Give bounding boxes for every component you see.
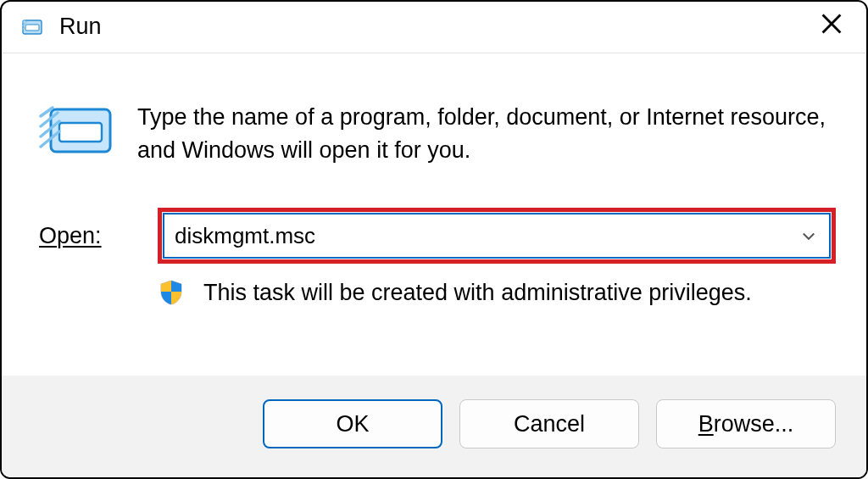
dialog-title: Run (59, 14, 814, 40)
open-row: Open: (39, 208, 836, 264)
admin-notice-text: This task will be created with administr… (203, 280, 752, 306)
run-icon (39, 104, 114, 157)
cancel-button[interactable]: Cancel (459, 399, 639, 448)
open-combobox[interactable] (163, 213, 831, 259)
open-combobox-highlight (158, 208, 836, 264)
open-label: Open: (39, 223, 158, 249)
dialog-body: Type the name of a program, folder, docu… (2, 53, 866, 376)
svg-rect-3 (59, 123, 102, 142)
browse-button[interactable]: Browse... (656, 399, 836, 448)
ok-button[interactable]: OK (263, 399, 442, 448)
svg-rect-1 (25, 25, 39, 31)
uac-shield-icon (158, 279, 185, 306)
admin-notice-row: This task will be created with administr… (158, 279, 836, 306)
description-row: Type the name of a program, folder, docu… (39, 101, 836, 167)
cancel-button-label: Cancel (514, 411, 585, 437)
run-dialog: Run Type the name of a program, folder, … (0, 0, 868, 479)
titlebar: Run (2, 2, 866, 53)
close-button[interactable] (814, 12, 849, 41)
ok-button-label: OK (336, 411, 369, 437)
browse-button-label: Browse... (698, 411, 794, 437)
chevron-down-icon (800, 227, 817, 244)
button-bar: OK Cancel Browse... (2, 376, 866, 477)
open-input[interactable] (164, 220, 788, 253)
description-text: Type the name of a program, folder, docu… (137, 101, 836, 167)
combobox-dropdown-button[interactable] (788, 227, 829, 244)
run-titlebar-icon (22, 17, 44, 36)
